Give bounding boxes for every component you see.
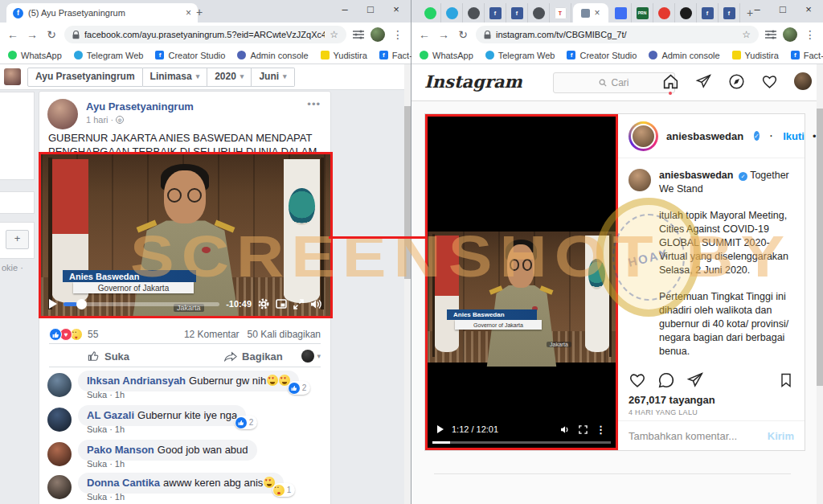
browser-menu-icon[interactable]: ⋮: [804, 28, 817, 41]
bookmark-admin-console[interactable]: Admin console: [649, 51, 719, 60]
explore-compass-icon[interactable]: [728, 73, 745, 90]
bookmark-whatsapp[interactable]: WhatsApp: [420, 51, 473, 60]
view-count[interactable]: 267,017 tayangan: [629, 394, 715, 406]
facebook-tab[interactable]: f: [506, 3, 528, 23]
dark-orb-tab[interactable]: [675, 3, 697, 23]
comment-reaction-badge[interactable]: 2: [235, 416, 258, 429]
igtv-video-player[interactable]: Anies Baswedan Governor of Jakarta Jakar…: [425, 114, 618, 450]
titlebar[interactable]: f (5) Ayu Prasetyaningrum × + – □ ×: [0, 0, 411, 23]
volume-icon[interactable]: [560, 425, 571, 434]
comment-as-selector[interactable]: ▾: [301, 350, 321, 363]
titlebar[interactable]: ffT × PRNff + – □ ×: [412, 0, 823, 23]
maximize-button[interactable]: □: [358, 0, 383, 21]
commenter-avatar[interactable]: [47, 373, 72, 397]
volume-icon[interactable]: [310, 299, 322, 309]
author-username[interactable]: aniesbaswedan: [659, 170, 733, 181]
maximize-button[interactable]: □: [770, 0, 796, 21]
bookmark-whatsapp[interactable]: WhatsApp: [8, 51, 62, 60]
comment-bubble[interactable]: Ihksan AndriansyahGubernur gw nih: [78, 371, 299, 391]
bookmark-creator-studio[interactable]: fCreator Studio: [155, 51, 225, 60]
save-bookmark-icon[interactable]: [778, 371, 794, 392]
back-button[interactable]: ←: [418, 28, 431, 41]
bookmark-yudistira[interactable]: Yudistira: [321, 51, 367, 60]
scrollbar[interactable]: [817, 64, 823, 504]
follow-button[interactable]: Ikuti: [783, 130, 805, 142]
close-window-button[interactable]: ×: [383, 0, 409, 21]
video-more-options-icon[interactable]: ⋮: [596, 424, 606, 436]
play-icon[interactable]: [437, 425, 444, 433]
forward-button[interactable]: →: [26, 28, 39, 41]
like-heart-icon[interactable]: [629, 371, 646, 392]
bookmark-yudistira[interactable]: Yudistira: [732, 51, 779, 60]
comment-reaction-badge[interactable]: 2: [288, 381, 311, 395]
close-window-button[interactable]: ×: [796, 0, 821, 21]
instagram-logo[interactable]: Instagram: [424, 72, 522, 92]
reaction-count[interactable]: 55: [88, 329, 98, 340]
bookmark-creator-studio[interactable]: fCreator Studio: [567, 51, 637, 60]
commenter-name[interactable]: Donna Cantika: [87, 477, 160, 489]
author-avatar-small[interactable]: [629, 169, 651, 191]
reload-button[interactable]: ↻: [457, 28, 469, 41]
globe-tab[interactable]: [528, 3, 550, 23]
minimize-button[interactable]: –: [332, 0, 358, 21]
address-bar[interactable]: instagram.com/tv/CBGMIBCg_7t/ ☆: [476, 26, 759, 43]
comment-placeholder[interactable]: Tambahkan komentar...: [629, 430, 737, 442]
facebook-tab[interactable]: f: [697, 3, 719, 23]
direct-messages-icon[interactable]: [695, 73, 712, 90]
facebook-tab[interactable]: f: [719, 3, 740, 23]
bookmark-star-icon[interactable]: ☆: [742, 29, 751, 40]
post-more-options-icon[interactable]: •••: [307, 98, 321, 110]
tab-instagram-active[interactable]: ×: [573, 3, 608, 23]
facebook-tab[interactable]: f: [485, 3, 506, 23]
like-reaction-icon[interactable]: [49, 328, 62, 341]
video-progress-bar[interactable]: [432, 441, 611, 444]
profile-avatar[interactable]: [794, 72, 812, 90]
commenter-name[interactable]: Pako Manson: [87, 444, 154, 456]
add-comment-row[interactable]: Tambahkan komentar... Kirim: [618, 420, 805, 450]
comment-bubble[interactable]: Pako MansonGood job wan abud: [78, 440, 257, 461]
add-button[interactable]: +: [6, 230, 29, 249]
fullscreen-icon[interactable]: [579, 425, 588, 434]
scrollbar-thumb[interactable]: [817, 109, 823, 386]
reload-button[interactable]: ↻: [45, 28, 58, 41]
bookmark-admin-console[interactable]: Admin console: [237, 51, 308, 60]
bookmark-telegram-web[interactable]: Telegram Web: [74, 51, 144, 60]
comment-bubble[interactable]: Donna Cantikaawww keren abg anis: [78, 473, 284, 494]
settings-gear-icon[interactable]: [258, 298, 269, 309]
scrollbar-thumb[interactable]: [404, 106, 411, 279]
play-icon[interactable]: [49, 299, 57, 309]
browser-profile-avatar[interactable]: [371, 27, 385, 42]
new-tab-button[interactable]: +: [196, 6, 203, 18]
tab-close-icon[interactable]: ×: [186, 7, 191, 18]
share-button[interactable]: Bagikan: [224, 350, 283, 363]
like-button[interactable]: Suka: [88, 350, 129, 363]
back-button[interactable]: ←: [6, 28, 19, 41]
video-progress-bar[interactable]: [63, 302, 219, 306]
red-orb-tab[interactable]: [653, 3, 675, 23]
scrollbar[interactable]: [404, 64, 411, 504]
comment-reaction-badge[interactable]: 1: [272, 483, 296, 497]
tab-close-icon[interactable]: ×: [594, 7, 600, 18]
shares-count[interactable]: 50 Kali dibagikan: [248, 329, 321, 340]
t-tab[interactable]: T: [550, 3, 571, 23]
commenter-name[interactable]: Ihksan Andriansyah: [87, 375, 186, 387]
commenter-avatar[interactable]: [47, 442, 72, 466]
address-bar[interactable]: facebook.com/ayu.prasetyaningrum.5?eid=A…: [64, 26, 346, 43]
nav-month-filter[interactable]: Juni▾: [252, 68, 294, 87]
telegram-tab[interactable]: [441, 3, 463, 23]
extensions-icon[interactable]: [765, 30, 776, 39]
author-username[interactable]: aniesbaswedan: [666, 130, 743, 142]
facebook-video-player[interactable]: Anies Baswedan Governor of Jakarta Jakar…: [39, 152, 333, 318]
commenter-avatar[interactable]: [47, 475, 72, 499]
commenter-avatar[interactable]: [47, 408, 72, 432]
share-plane-icon[interactable]: [686, 371, 704, 392]
bookmark-star-icon[interactable]: ☆: [330, 29, 338, 40]
fullscreen-icon[interactable]: [293, 299, 304, 309]
nav-timeline-filter[interactable]: Linimasa▾: [143, 68, 208, 87]
post-author-avatar[interactable]: [47, 99, 78, 129]
home-icon[interactable]: [662, 73, 679, 90]
nav-profile-name[interactable]: Ayu Prasetyaningrum: [27, 68, 143, 87]
author-avatar[interactable]: [629, 121, 658, 151]
globe-tab[interactable]: [463, 3, 485, 23]
commenter-name[interactable]: AL Gazali: [87, 409, 134, 421]
